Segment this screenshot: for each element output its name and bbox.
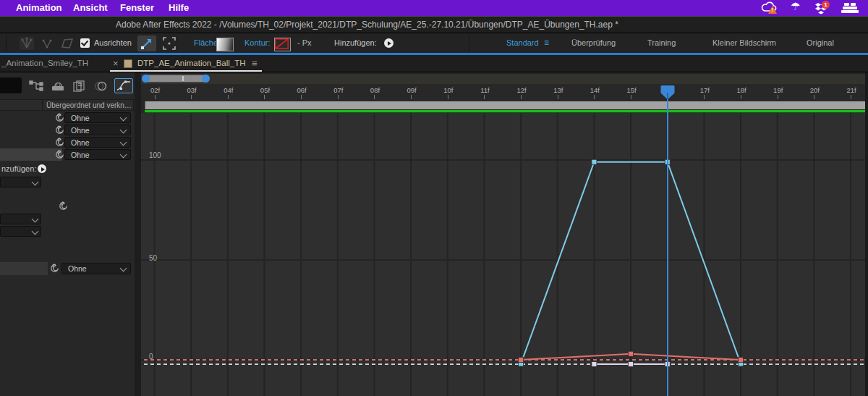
ruler-label: 14f xyxy=(584,86,605,94)
ausrichten-checkbox[interactable] xyxy=(80,38,90,48)
menu-ansicht[interactable]: Ansicht xyxy=(73,0,108,16)
options-toolbar: Ausrichten Fläche: Kontur: - Px Hinzufüg… xyxy=(0,33,868,53)
secondary-curve-keyframe[interactable] xyxy=(739,358,744,363)
stack-icon[interactable] xyxy=(840,1,860,14)
chevron-down-icon xyxy=(32,179,39,186)
fill-swatch[interactable] xyxy=(216,38,234,51)
navigator-handle-left[interactable] xyxy=(142,75,150,83)
pick-whip-icon[interactable] xyxy=(59,201,68,211)
avira-icon[interactable]: ☂ xyxy=(791,0,804,13)
pick-whip-icon[interactable] xyxy=(55,138,64,147)
pick-whip-icon[interactable] xyxy=(55,125,64,135)
playhead-line[interactable] xyxy=(667,99,668,396)
selected-segment-keyframe[interactable] xyxy=(629,362,634,367)
time-navigator-bar[interactable] xyxy=(144,75,209,83)
parent-dropdown[interactable]: Ohne xyxy=(64,125,131,135)
stroke-swatch[interactable] xyxy=(274,38,291,51)
time-navigator-track[interactable] xyxy=(141,73,866,84)
motion-blur-icon[interactable] xyxy=(93,80,108,93)
timecode-field[interactable] xyxy=(0,77,22,93)
chevron-down-icon xyxy=(120,151,127,159)
ruler-label: 03f xyxy=(181,86,203,94)
add-menu-icon[interactable] xyxy=(38,164,46,173)
blend-mode-dropdown[interactable] xyxy=(0,177,41,188)
menu-fenster[interactable]: Fenster xyxy=(120,0,154,16)
dropdown-value: Ohne xyxy=(68,264,87,273)
ruler-label: 09f xyxy=(401,86,422,94)
workspace-standard[interactable]: Standard xyxy=(506,38,539,47)
graph-editor-button[interactable] xyxy=(114,78,133,93)
ruler-label: 21f xyxy=(841,86,862,94)
ruler-tick xyxy=(558,95,558,99)
parent-dropdown[interactable]: Ohne xyxy=(61,263,131,274)
ruler-tick xyxy=(521,95,522,99)
ruler-tick xyxy=(484,95,485,99)
pick-whip-icon[interactable] xyxy=(50,264,59,273)
ruler-label: 05f xyxy=(254,86,276,94)
vertex-tool-icon[interactable] xyxy=(39,36,55,51)
workspace-überprüfung[interactable]: Überprüfung xyxy=(571,38,616,47)
graph-editor-icon xyxy=(115,79,132,93)
workspace-original[interactable]: Original xyxy=(807,38,834,47)
frame-blending-icon[interactable] xyxy=(72,80,87,93)
target-icon[interactable] xyxy=(162,36,176,51)
workspace-kleiner-bildschirm[interactable]: Kleiner Bildschirm xyxy=(712,38,776,47)
navigator-handle-right[interactable] xyxy=(202,75,210,83)
tab-ball[interactable]: DTP_AE_Animation_Ball_TH xyxy=(137,59,246,67)
ruler-label: 11f xyxy=(474,86,495,94)
close-tab-icon[interactable]: × xyxy=(113,58,119,69)
pick-whip-icon[interactable] xyxy=(55,113,64,122)
menu-animation[interactable]: Animation xyxy=(16,0,62,16)
chevron-down-icon xyxy=(120,127,127,134)
ruler-tick xyxy=(631,95,631,99)
scrollbar-strip[interactable] xyxy=(865,72,868,396)
workspace-menu-icon[interactable]: ≡ xyxy=(544,38,549,48)
ruler-label: 02f xyxy=(145,86,166,94)
ruler-label: 18f xyxy=(731,86,752,94)
mask-tool-icon[interactable] xyxy=(19,36,35,51)
ausrichten-label: Ausrichten xyxy=(94,38,132,47)
property-row: Ohne xyxy=(0,148,135,161)
ruler-label: 13f xyxy=(548,86,569,94)
time-ruler[interactable]: 02f03f04f05f06f07f08f09f10f11f12f13f14f1… xyxy=(141,84,868,101)
menu-bar: AnimationAnsichtFensterHilfe ! ☂ 1 xyxy=(0,0,868,16)
work-area-bar[interactable] xyxy=(145,101,866,109)
menu-hilfe[interactable]: Hilfe xyxy=(169,0,189,16)
tab-smiley[interactable]: _Animation_Smiley_TH xyxy=(1,59,88,67)
shape-tool-icon[interactable] xyxy=(59,36,75,51)
parent-link-column-header: Übergeordnet und verkn… xyxy=(46,101,132,109)
dropdown[interactable] xyxy=(0,214,41,224)
parent-dropdown[interactable]: Ohne xyxy=(64,112,131,123)
ruler-label: 10f xyxy=(438,86,459,94)
parent-dropdown[interactable]: Ohne xyxy=(64,137,131,148)
playhead-icon[interactable] xyxy=(660,85,676,101)
active-tab-underline xyxy=(110,70,262,72)
dropdown[interactable] xyxy=(0,226,41,237)
hinzufuegen-menu-icon[interactable] xyxy=(384,38,393,48)
pick-whip-icon[interactable] xyxy=(55,150,64,159)
ruler-label: 15f xyxy=(621,86,642,94)
parent-dropdown[interactable]: Ohne xyxy=(64,149,131,160)
mini-flowchart-icon[interactable] xyxy=(29,80,43,93)
snap-arrow-icon xyxy=(137,35,156,51)
creative-cloud-icon[interactable]: ! xyxy=(760,1,778,14)
secondary-curve-keyframe[interactable] xyxy=(629,351,634,356)
selected-segment-keyframe[interactable] xyxy=(592,362,597,367)
graph-editor-canvas[interactable] xyxy=(141,113,868,396)
dropbox-icon[interactable]: 1 xyxy=(814,1,829,14)
ruler-tick xyxy=(155,95,156,99)
workspace-training[interactable]: Training xyxy=(647,38,676,47)
graph-background xyxy=(141,113,868,396)
column-divider xyxy=(133,100,134,110)
shy-icon[interactable] xyxy=(51,80,65,93)
chevron-down-icon xyxy=(32,216,39,223)
main-curve-keyframe[interactable] xyxy=(592,159,597,164)
ruler-label: 06f xyxy=(291,86,312,94)
tab-menu-icon[interactable]: ≡ xyxy=(252,58,258,69)
ruler-tick xyxy=(411,95,412,99)
dropdown-value: Ohne xyxy=(71,138,90,147)
snap-button[interactable] xyxy=(137,35,156,51)
property-row: Ohne xyxy=(0,124,135,136)
ruler-label: 19f xyxy=(767,86,789,94)
secondary-curve-keyframe[interactable] xyxy=(519,358,524,363)
